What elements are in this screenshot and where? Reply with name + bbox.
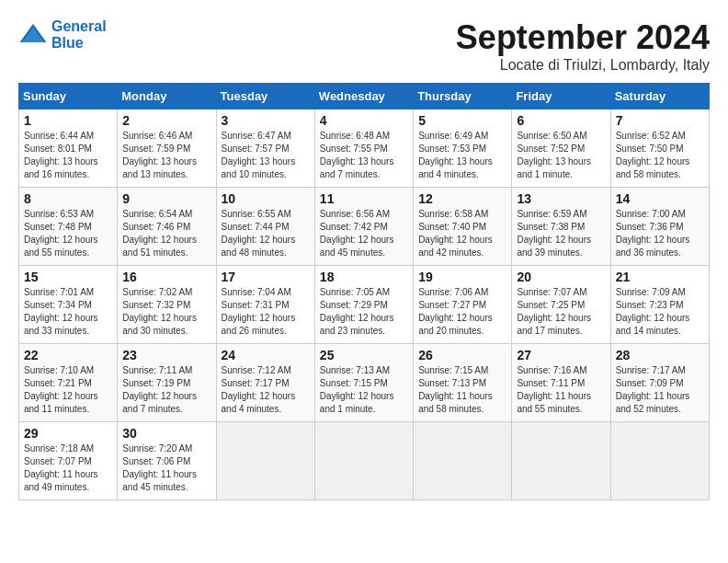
day-number: 28 xyxy=(616,348,704,362)
day-number: 8 xyxy=(24,191,112,206)
day-info: Sunrise: 7:10 AMSunset: 7:21 PMDaylight:… xyxy=(24,364,112,416)
day-info: Sunrise: 7:06 AMSunset: 7:27 PMDaylight:… xyxy=(418,286,506,338)
page-header: General Blue September 2024 Locate di Tr… xyxy=(18,18,710,74)
day-info: Sunrise: 6:54 AMSunset: 7:46 PMDaylight:… xyxy=(122,208,210,259)
week-row-3: 15Sunrise: 7:01 AMSunset: 7:34 PMDayligh… xyxy=(19,266,710,344)
day-info: Sunrise: 7:13 AMSunset: 7:15 PMDaylight:… xyxy=(320,364,408,416)
day-number: 19 xyxy=(418,270,506,284)
day-number: 3 xyxy=(222,113,310,128)
table-cell: 11Sunrise: 6:56 AMSunset: 7:42 PMDayligh… xyxy=(314,188,413,266)
title-section: September 2024 Locate di Triulzi, Lombar… xyxy=(456,18,710,74)
table-cell: 21Sunrise: 7:09 AMSunset: 7:23 PMDayligh… xyxy=(610,266,709,344)
week-row-2: 8Sunrise: 6:53 AMSunset: 7:48 PMDaylight… xyxy=(19,188,710,266)
calendar-header-row: Sunday Monday Tuesday Wednesday Thursday… xyxy=(19,84,710,109)
day-info: Sunrise: 6:53 AMSunset: 7:48 PMDaylight:… xyxy=(24,208,112,259)
table-cell: 25Sunrise: 7:13 AMSunset: 7:15 PMDayligh… xyxy=(314,344,413,422)
day-number: 13 xyxy=(517,191,605,206)
day-info: Sunrise: 6:44 AMSunset: 8:01 PMDaylight:… xyxy=(24,130,112,181)
header-friday: Friday xyxy=(512,84,610,109)
calendar: Sunday Monday Tuesday Wednesday Thursday… xyxy=(18,83,710,500)
table-cell: 12Sunrise: 6:58 AMSunset: 7:40 PMDayligh… xyxy=(414,188,512,266)
table-cell: 22Sunrise: 7:10 AMSunset: 7:21 PMDayligh… xyxy=(19,344,118,422)
table-cell: 27Sunrise: 7:16 AMSunset: 7:11 PMDayligh… xyxy=(512,344,610,422)
table-cell: 3Sunrise: 6:47 AMSunset: 7:57 PMDaylight… xyxy=(216,109,314,188)
table-cell xyxy=(414,422,512,500)
day-info: Sunrise: 7:15 AMSunset: 7:13 PMDaylight:… xyxy=(418,364,506,416)
table-cell: 28Sunrise: 7:17 AMSunset: 7:09 PMDayligh… xyxy=(610,344,709,422)
table-cell: 19Sunrise: 7:06 AMSunset: 7:27 PMDayligh… xyxy=(414,266,512,344)
day-number: 10 xyxy=(222,191,310,206)
day-info: Sunrise: 6:58 AMSunset: 7:40 PMDaylight:… xyxy=(418,208,506,259)
day-info: Sunrise: 7:12 AMSunset: 7:17 PMDaylight:… xyxy=(222,364,310,416)
day-number: 20 xyxy=(517,270,605,284)
day-number: 1 xyxy=(24,113,112,128)
day-info: Sunrise: 6:55 AMSunset: 7:44 PMDaylight:… xyxy=(222,208,310,259)
day-info: Sunrise: 6:50 AMSunset: 7:52 PMDaylight:… xyxy=(517,130,605,181)
day-number: 23 xyxy=(122,348,210,362)
day-info: Sunrise: 6:47 AMSunset: 7:57 PMDaylight:… xyxy=(222,130,310,181)
day-number: 25 xyxy=(320,348,408,362)
logo-text: General Blue xyxy=(51,18,107,52)
day-number: 12 xyxy=(418,191,506,206)
table-cell: 10Sunrise: 6:55 AMSunset: 7:44 PMDayligh… xyxy=(216,188,314,266)
day-number: 6 xyxy=(517,113,605,128)
table-cell: 2Sunrise: 6:46 AMSunset: 7:59 PMDaylight… xyxy=(118,109,216,188)
header-monday: Monday xyxy=(118,84,216,109)
day-number: 14 xyxy=(616,191,704,206)
table-cell xyxy=(610,422,709,500)
day-info: Sunrise: 7:01 AMSunset: 7:34 PMDaylight:… xyxy=(24,286,112,338)
day-info: Sunrise: 7:09 AMSunset: 7:23 PMDaylight:… xyxy=(616,286,704,338)
day-number: 21 xyxy=(616,270,704,284)
header-thursday: Thursday xyxy=(414,84,512,109)
location-title: Locate di Triulzi, Lombardy, Italy xyxy=(456,57,710,74)
table-cell: 13Sunrise: 6:59 AMSunset: 7:38 PMDayligh… xyxy=(512,188,610,266)
day-number: 7 xyxy=(616,113,704,128)
header-tuesday: Tuesday xyxy=(216,84,314,109)
day-info: Sunrise: 7:18 AMSunset: 7:07 PMDaylight:… xyxy=(24,442,112,494)
table-cell: 18Sunrise: 7:05 AMSunset: 7:29 PMDayligh… xyxy=(314,266,413,344)
day-number: 27 xyxy=(517,348,605,362)
day-number: 15 xyxy=(24,270,112,284)
header-wednesday: Wednesday xyxy=(314,84,413,109)
day-info: Sunrise: 7:07 AMSunset: 7:25 PMDaylight:… xyxy=(517,286,605,338)
month-title: September 2024 xyxy=(456,18,710,57)
table-cell: 17Sunrise: 7:04 AMSunset: 7:31 PMDayligh… xyxy=(216,266,314,344)
week-row-5: 29Sunrise: 7:18 AMSunset: 7:07 PMDayligh… xyxy=(19,422,710,500)
week-row-4: 22Sunrise: 7:10 AMSunset: 7:21 PMDayligh… xyxy=(19,344,710,422)
day-number: 29 xyxy=(24,426,112,441)
table-cell: 23Sunrise: 7:11 AMSunset: 7:19 PMDayligh… xyxy=(118,344,216,422)
day-number: 30 xyxy=(122,426,210,441)
day-info: Sunrise: 7:16 AMSunset: 7:11 PMDaylight:… xyxy=(517,364,605,416)
day-info: Sunrise: 7:20 AMSunset: 7:06 PMDaylight:… xyxy=(122,442,210,494)
logo: General Blue xyxy=(18,18,107,52)
table-cell: 4Sunrise: 6:48 AMSunset: 7:55 PMDaylight… xyxy=(314,109,413,188)
day-info: Sunrise: 6:48 AMSunset: 7:55 PMDaylight:… xyxy=(320,130,408,181)
day-info: Sunrise: 7:11 AMSunset: 7:19 PMDaylight:… xyxy=(122,364,210,416)
table-cell: 6Sunrise: 6:50 AMSunset: 7:52 PMDaylight… xyxy=(512,109,610,188)
day-number: 2 xyxy=(122,113,210,128)
day-number: 9 xyxy=(122,191,210,206)
day-info: Sunrise: 6:46 AMSunset: 7:59 PMDaylight:… xyxy=(122,130,210,181)
day-number: 22 xyxy=(24,348,112,362)
table-cell: 1Sunrise: 6:44 AMSunset: 8:01 PMDaylight… xyxy=(19,109,118,188)
header-saturday: Saturday xyxy=(610,84,709,109)
header-sunday: Sunday xyxy=(19,84,118,109)
table-cell xyxy=(216,422,314,500)
table-cell: 16Sunrise: 7:02 AMSunset: 7:32 PMDayligh… xyxy=(118,266,216,344)
day-number: 4 xyxy=(320,113,408,128)
table-cell: 7Sunrise: 6:52 AMSunset: 7:50 PMDaylight… xyxy=(610,109,709,188)
day-number: 5 xyxy=(418,113,506,128)
day-number: 16 xyxy=(122,270,210,284)
day-number: 11 xyxy=(320,191,408,206)
table-cell: 30Sunrise: 7:20 AMSunset: 7:06 PMDayligh… xyxy=(118,422,216,500)
table-cell: 20Sunrise: 7:07 AMSunset: 7:25 PMDayligh… xyxy=(512,266,610,344)
table-cell: 14Sunrise: 7:00 AMSunset: 7:36 PMDayligh… xyxy=(610,188,709,266)
day-info: Sunrise: 6:56 AMSunset: 7:42 PMDaylight:… xyxy=(320,208,408,259)
day-number: 18 xyxy=(320,270,408,284)
day-info: Sunrise: 7:04 AMSunset: 7:31 PMDaylight:… xyxy=(222,286,310,338)
table-cell: 8Sunrise: 6:53 AMSunset: 7:48 PMDaylight… xyxy=(19,188,118,266)
day-info: Sunrise: 7:05 AMSunset: 7:29 PMDaylight:… xyxy=(320,286,408,338)
day-info: Sunrise: 7:00 AMSunset: 7:36 PMDaylight:… xyxy=(616,208,704,259)
table-cell: 9Sunrise: 6:54 AMSunset: 7:46 PMDaylight… xyxy=(118,188,216,266)
table-cell xyxy=(314,422,413,500)
